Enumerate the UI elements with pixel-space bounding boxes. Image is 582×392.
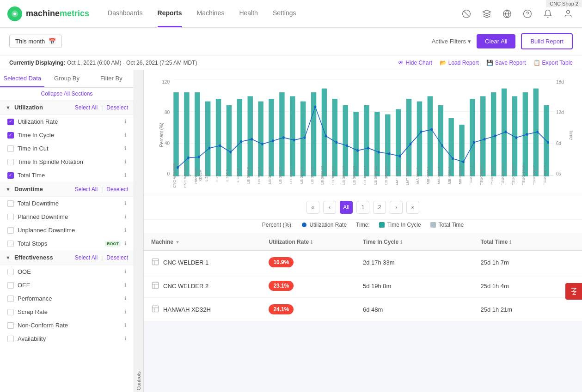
scrap-rate-checkbox[interactable] — [7, 309, 14, 315]
util-rate-item[interactable]: Utilization Rate ℹ — [0, 115, 134, 128]
nav-machines[interactable]: Machines — [196, 0, 224, 27]
total-time-item[interactable]: Total Time ℹ — [0, 169, 134, 182]
nav-dashboards[interactable]: Dashboards — [108, 0, 143, 27]
machine-sort-icon[interactable]: ▼ — [175, 240, 180, 245]
nav-health[interactable]: Health — [239, 0, 257, 27]
hide-chart-link[interactable]: 👁 Hide Chart — [398, 60, 432, 66]
save-report-link[interactable]: 💾 Save Report — [486, 60, 526, 66]
feedback-icon[interactable] — [460, 7, 473, 20]
time-in-cycle-checkbox[interactable] — [7, 132, 14, 139]
page-1-btn[interactable]: 1 — [356, 201, 369, 214]
unplanned-downtime-item[interactable]: Unplanned Downtime ℹ — [0, 223, 134, 237]
svg-point-48 — [187, 157, 190, 159]
oee-checkbox[interactable] — [7, 282, 14, 289]
util-rate-checkbox[interactable] — [7, 119, 14, 125]
bell-icon[interactable] — [541, 7, 554, 20]
total-stops-checkbox[interactable] — [7, 241, 14, 247]
util-badge: 24.1% — [269, 304, 294, 314]
non-conform-item[interactable]: Non-Conform Rate ℹ — [0, 319, 134, 332]
downtime-select-all[interactable]: Select All — [75, 186, 98, 193]
svg-point-50 — [208, 147, 211, 150]
time-in-spindle-item[interactable]: Time In Spindle Rotation ℹ — [0, 155, 134, 169]
globe-icon[interactable] — [501, 7, 514, 20]
build-report-button[interactable]: Build Report — [521, 33, 573, 49]
downtime-toggle[interactable]: ▼ — [6, 187, 11, 192]
unplanned-downtime-info[interactable]: ℹ — [124, 227, 126, 233]
ooe-checkbox[interactable] — [7, 269, 14, 275]
tab-filter-by[interactable]: Filter By — [89, 70, 134, 87]
utilization-toggle[interactable]: ▼ — [6, 105, 11, 110]
availability-label: Availability — [18, 335, 121, 342]
oee-info[interactable]: ℹ — [124, 282, 126, 288]
performance-item[interactable]: Performance ℹ — [0, 292, 134, 305]
total-downtime-item[interactable]: Total Downtime ℹ — [0, 197, 134, 210]
availability-item[interactable]: Availability ℹ — [0, 332, 134, 345]
cycle-col-info[interactable]: ℹ — [400, 240, 402, 245]
page-all-btn[interactable]: All — [340, 201, 353, 214]
zz-icon[interactable] — [565, 283, 582, 300]
x-label: LB 3000 8 — [300, 162, 310, 189]
time-in-cycle-item[interactable]: Time In Cycle ℹ — [0, 128, 134, 142]
planned-downtime-checkbox[interactable] — [7, 214, 14, 220]
page-first-btn[interactable]: « — [306, 201, 319, 214]
scrap-rate-info[interactable]: ℹ — [124, 309, 126, 315]
utilization-deselect[interactable]: Deselect — [106, 104, 128, 111]
help-icon[interactable] — [521, 7, 534, 20]
total-downtime-info[interactable]: ℹ — [124, 200, 126, 206]
export-table-link[interactable]: 📋 Export Table — [533, 60, 573, 66]
effectiveness-deselect[interactable]: Deselect — [106, 254, 128, 261]
performance-checkbox[interactable] — [7, 296, 14, 302]
svg-point-75 — [473, 141, 475, 144]
scrap-rate-item[interactable]: Scrap Rate ℹ — [0, 305, 134, 319]
planned-downtime-item[interactable]: Planned Downtime ℹ — [0, 210, 134, 223]
active-filters-dropdown[interactable]: Active Filters ▾ — [432, 38, 471, 45]
page-next-btn[interactable]: › — [390, 201, 403, 214]
table-row: CNC WELDER 1 10.9% 2d 17h 33m 25d 1h 7m — [144, 251, 582, 274]
time-in-spindle-checkbox[interactable] — [7, 159, 14, 165]
load-report-link[interactable]: 📂 Load Report — [440, 60, 479, 66]
unplanned-downtime-checkbox[interactable] — [7, 227, 14, 234]
time-in-cut-info[interactable]: ℹ — [124, 145, 126, 151]
integration-icon[interactable] — [480, 7, 493, 20]
date-selector[interactable]: This month 📅 — [9, 35, 62, 48]
time-in-cut-item[interactable]: Time In Cut ℹ — [0, 142, 134, 155]
cycle-cell: 6d 48m — [363, 306, 480, 313]
downtime-deselect[interactable]: Deselect — [106, 186, 128, 193]
collapse-all-link[interactable]: Collapse All Sections — [0, 88, 134, 100]
effectiveness-select-all[interactable]: Select All — [75, 254, 98, 261]
hide-controls-tab[interactable]: Hide Controls — [134, 70, 144, 392]
time-in-spindle-info[interactable]: ℹ — [124, 159, 126, 165]
tab-selected-data[interactable]: Selected Data — [0, 70, 44, 87]
total-col-info[interactable]: ℹ — [509, 240, 511, 245]
effectiveness-toggle[interactable]: ▼ — [6, 255, 11, 260]
total-time-checkbox[interactable] — [7, 172, 14, 179]
non-conform-info[interactable]: ℹ — [124, 322, 126, 328]
page-2-btn[interactable]: 2 — [373, 201, 386, 214]
ooe-info[interactable]: ℹ — [124, 269, 126, 275]
time-in-cut-checkbox[interactable] — [7, 145, 14, 152]
availability-info[interactable]: ℹ — [124, 336, 126, 342]
col-machine-header[interactable]: Machine ▼ — [151, 239, 269, 245]
oee-item[interactable]: OEE ℹ — [0, 278, 134, 292]
clear-all-button[interactable]: Clear All — [477, 34, 515, 48]
ooe-item[interactable]: OOE ℹ — [0, 265, 134, 278]
time-in-cycle-info[interactable]: ℹ — [124, 132, 126, 138]
utilization-select-all[interactable]: Select All — [75, 104, 98, 111]
total-stops-info[interactable]: ℹ — [124, 241, 126, 247]
total-time-info[interactable]: ℹ — [124, 172, 126, 178]
user-icon[interactable] — [562, 7, 575, 20]
nav-settings[interactable]: Settings — [273, 0, 296, 27]
availability-checkbox[interactable] — [7, 336, 14, 342]
non-conform-checkbox[interactable] — [7, 322, 14, 329]
util-col-info[interactable]: ℹ — [311, 240, 312, 245]
svg-point-70 — [420, 131, 423, 133]
total-downtime-checkbox[interactable] — [7, 200, 14, 207]
nav-reports[interactable]: Reports — [158, 0, 182, 27]
tab-group-by[interactable]: Group By — [44, 70, 89, 87]
total-stops-item[interactable]: Total Stops ROOT ℹ — [0, 237, 134, 250]
planned-downtime-info[interactable]: ℹ — [124, 214, 126, 220]
util-rate-info[interactable]: ℹ — [124, 119, 126, 125]
page-last-btn[interactable]: » — [406, 201, 419, 214]
performance-info[interactable]: ℹ — [124, 296, 126, 302]
page-prev-btn[interactable]: ‹ — [323, 201, 336, 214]
